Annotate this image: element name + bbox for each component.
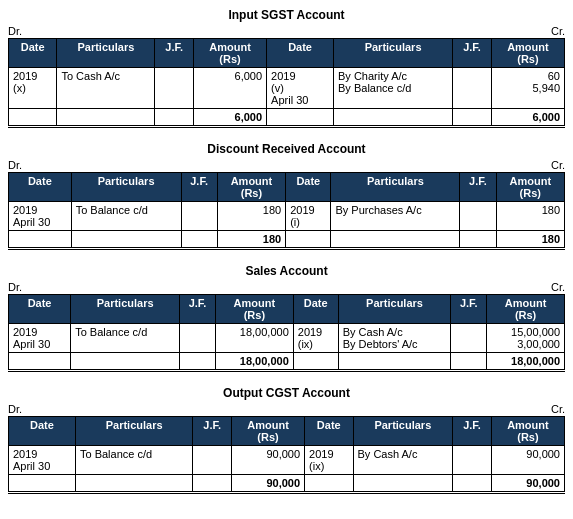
dr-date: 2019 April 30 (9, 324, 71, 353)
col-header-0: Date (9, 173, 72, 202)
account-title-2: Sales Account (8, 264, 565, 278)
dr-cr-row-3: Dr.Cr. (8, 403, 565, 415)
cr-label: Cr. (551, 25, 565, 37)
dr-date: 2019 April 30 (9, 202, 72, 231)
cr-particulars: By Purchases A/c (331, 202, 460, 231)
total-empty-2 (181, 231, 217, 249)
cr-date: 2019 (v) April 30 (267, 68, 334, 109)
dr-date: 2019 April 30 (9, 446, 76, 475)
col-header-6: J.F. (451, 295, 487, 324)
cr-date: 2019 (ix) (293, 324, 338, 353)
dr-cr-row-2: Dr.Cr. (8, 281, 565, 293)
total-row: 18,00,00018,00,000 (9, 353, 565, 371)
cr-date: 2019 (ix) (305, 446, 353, 475)
col-header-7: Amount(Rs) (491, 39, 564, 68)
dr-date: 2019 (x) (9, 68, 57, 109)
col-header-2: J.F. (193, 417, 232, 446)
table-row: 2019 (x)To Cash A/c6,0002019 (v) April 3… (9, 68, 565, 109)
account-block-2: Sales AccountDr.Cr.DateParticularsJ.F.Am… (8, 264, 565, 372)
account-block-0: Input SGST AccountDr.Cr.DateParticularsJ… (8, 8, 565, 128)
total-empty-1 (71, 231, 181, 249)
account-title-1: Discount Received Account (8, 142, 565, 156)
ledger-table-0: DateParticularsJ.F.Amount(Rs)DateParticu… (8, 38, 565, 128)
dr-total: 180 (217, 231, 285, 249)
col-header-1: Particulars (57, 39, 155, 68)
dr-jf (155, 68, 194, 109)
dr-total: 6,000 (193, 109, 266, 127)
col-header-3: Amount(Rs) (217, 173, 285, 202)
col-header-1: Particulars (71, 173, 181, 202)
total-empty-2 (193, 475, 232, 493)
total-empty-1 (75, 475, 192, 493)
col-header-5: Particulars (338, 295, 451, 324)
cr-total-empty-0 (286, 231, 331, 249)
col-header-2: J.F. (180, 295, 216, 324)
col-header-5: Particulars (334, 39, 453, 68)
account-title-3: Output CGST Account (8, 386, 565, 400)
col-header-1: Particulars (75, 417, 192, 446)
total-empty-0 (9, 231, 72, 249)
dr-particulars: To Balance c/d (75, 446, 192, 475)
dr-total: 18,00,000 (215, 353, 293, 371)
total-empty-1 (71, 353, 180, 371)
col-header-2: J.F. (181, 173, 217, 202)
cr-total-empty-2 (453, 475, 492, 493)
dr-cr-row-0: Dr.Cr. (8, 25, 565, 37)
total-empty-0 (9, 475, 76, 493)
total-empty-2 (155, 109, 194, 127)
total-row: 6,0006,000 (9, 109, 565, 127)
col-header-7: Amount(Rs) (487, 295, 565, 324)
cr-particulars: By Cash A/c (353, 446, 453, 475)
col-header-6: J.F. (460, 173, 496, 202)
dr-amount: 180 (217, 202, 285, 231)
dr-label: Dr. (8, 159, 22, 171)
table-row: 2019 April 30To Balance c/d90,0002019 (i… (9, 446, 565, 475)
dr-amount: 90,000 (231, 446, 304, 475)
col-header-1: Particulars (71, 295, 180, 324)
table-row: 2019 April 30To Balance c/d1802019 (i)By… (9, 202, 565, 231)
col-header-6: J.F. (453, 417, 492, 446)
dr-particulars: To Balance c/d (71, 202, 181, 231)
cr-jf (460, 202, 496, 231)
col-header-4: Date (305, 417, 353, 446)
col-header-3: Amount(Rs) (193, 39, 266, 68)
cr-label: Cr. (551, 403, 565, 415)
cr-total-empty-2 (460, 231, 496, 249)
col-header-5: Particulars (331, 173, 460, 202)
account-title-0: Input SGST Account (8, 8, 565, 22)
dr-jf (180, 324, 216, 353)
total-empty-0 (9, 353, 71, 371)
total-row: 180180 (9, 231, 565, 249)
dr-amount: 18,00,000 (215, 324, 293, 353)
total-empty-1 (57, 109, 155, 127)
col-header-0: Date (9, 417, 76, 446)
cr-label: Cr. (551, 159, 565, 171)
cr-date: 2019 (i) (286, 202, 331, 231)
cr-particulars: By Charity A/c By Balance c/d (334, 68, 453, 109)
ledger-table-3: DateParticularsJ.F.Amount(Rs)DateParticu… (8, 416, 565, 494)
cr-total-empty-2 (453, 109, 492, 127)
col-header-7: Amount(Rs) (496, 173, 564, 202)
col-header-6: J.F. (453, 39, 492, 68)
dr-label: Dr. (8, 281, 22, 293)
table-row: 2019 April 30To Balance c/d18,00,0002019… (9, 324, 565, 353)
cr-amount: 180 (496, 202, 564, 231)
dr-particulars: To Cash A/c (57, 68, 155, 109)
cr-total-empty-1 (331, 231, 460, 249)
cr-amount: 60 5,940 (491, 68, 564, 109)
total-row: 90,00090,000 (9, 475, 565, 493)
account-block-1: Discount Received AccountDr.Cr.DateParti… (8, 142, 565, 250)
cr-jf (453, 68, 492, 109)
cr-total-empty-1 (353, 475, 453, 493)
col-header-4: Date (293, 295, 338, 324)
dr-jf (181, 202, 217, 231)
account-block-3: Output CGST AccountDr.Cr.DateParticulars… (8, 386, 565, 494)
total-empty-2 (180, 353, 216, 371)
dr-cr-row-1: Dr.Cr. (8, 159, 565, 171)
cr-jf (451, 324, 487, 353)
col-header-3: Amount(Rs) (215, 295, 293, 324)
cr-total: 90,000 (491, 475, 564, 493)
col-header-5: Particulars (353, 417, 453, 446)
cr-total-empty-0 (267, 109, 334, 127)
dr-total: 90,000 (231, 475, 304, 493)
